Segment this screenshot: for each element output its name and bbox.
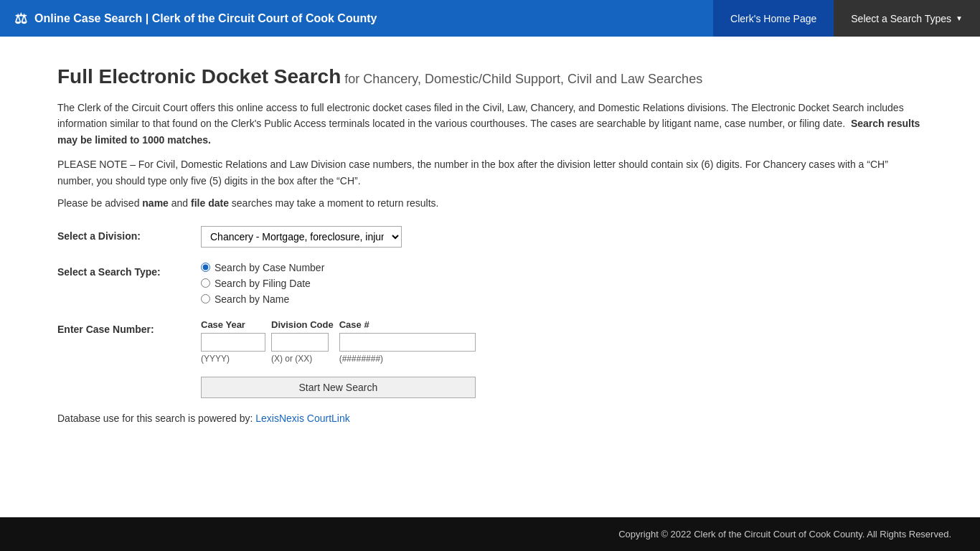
navbar-links: Clerk's Home Page Select a Search Types … xyxy=(713,0,980,37)
search-type-control: Search by Case Number Search by Filing D… xyxy=(201,262,324,305)
main-content: Full Electronic Docket Search for Chance… xyxy=(0,37,980,517)
navbar-brand-text: Online Case Search | Clerk of the Circui… xyxy=(34,12,377,25)
radio-case-number-input[interactable] xyxy=(201,263,210,272)
chevron-down-icon: ▼ xyxy=(956,14,963,22)
division-code-hint: (X) or (XX) xyxy=(271,354,334,364)
copyright-text: Copyright © 2022 Clerk of the Circuit Co… xyxy=(618,529,951,540)
case-num-group: Case # (########) xyxy=(339,319,476,364)
navbar: ⚖ Online Case Search | Clerk of the Circ… xyxy=(0,0,980,37)
start-new-search-button[interactable]: Start New Search xyxy=(201,377,476,398)
division-code-input[interactable] xyxy=(271,333,329,352)
radio-filing-date-input[interactable] xyxy=(201,278,210,288)
case-number-control: Case Year (YYYY) Division Code (X) or (X… xyxy=(201,319,476,398)
nav-search-types[interactable]: Select a Search Types ▼ xyxy=(834,0,980,37)
case-number-inputs: Case Year (YYYY) Division Code (X) or (X… xyxy=(201,319,476,364)
case-number-label: Enter Case Number: xyxy=(57,319,201,335)
advisory-paragraph: Please be advised name and file date sea… xyxy=(57,197,923,209)
description-paragraph: The Clerk of the Circuit Court offers th… xyxy=(57,100,923,148)
navbar-brand: ⚖ Online Case Search | Clerk of the Circ… xyxy=(0,0,713,37)
division-control: Chancery - Mortgage, foreclosure, injunc… xyxy=(201,226,402,248)
case-year-input[interactable] xyxy=(201,333,265,352)
division-group: Select a Division: Chancery - Mortgage, … xyxy=(57,226,923,248)
footer: Copyright © 2022 Clerk of the Circuit Co… xyxy=(0,517,980,551)
page-title: Full Electronic Docket Search for Chance… xyxy=(57,65,923,88)
scale-icon: ⚖ xyxy=(14,10,27,27)
nav-clerks-home[interactable]: Clerk's Home Page xyxy=(713,0,834,37)
radio-group: Search by Case Number Search by Filing D… xyxy=(201,262,324,305)
division-code-label: Division Code xyxy=(271,319,334,330)
search-type-label: Select a Search Type: xyxy=(57,262,201,278)
case-number-group: Enter Case Number: Case Year (YYYY) Divi… xyxy=(57,319,923,398)
note-paragraph: PLEASE NOTE – For Civil, Domestic Relati… xyxy=(57,156,923,189)
division-select[interactable]: Chancery - Mortgage, foreclosure, injunc… xyxy=(201,226,402,248)
case-num-label: Case # xyxy=(339,319,476,330)
radio-name[interactable]: Search by Name xyxy=(201,293,324,305)
case-year-hint: (YYYY) xyxy=(201,354,265,364)
search-type-group: Select a Search Type: Search by Case Num… xyxy=(57,262,923,305)
case-year-label: Case Year xyxy=(201,319,265,330)
lexisnexis-link[interactable]: LexisNexis CourtLink xyxy=(255,413,350,424)
radio-name-input[interactable] xyxy=(201,294,210,303)
radio-case-number[interactable]: Search by Case Number xyxy=(201,262,324,273)
case-year-group: Case Year (YYYY) xyxy=(201,319,265,364)
division-label: Select a Division: xyxy=(57,226,201,242)
division-code-group: Division Code (X) or (XX) xyxy=(271,319,334,364)
db-info: Database use for this search is powered … xyxy=(57,413,923,424)
radio-filing-date[interactable]: Search by Filing Date xyxy=(201,278,324,289)
case-num-hint: (########) xyxy=(339,354,476,364)
case-num-input[interactable] xyxy=(339,333,476,352)
